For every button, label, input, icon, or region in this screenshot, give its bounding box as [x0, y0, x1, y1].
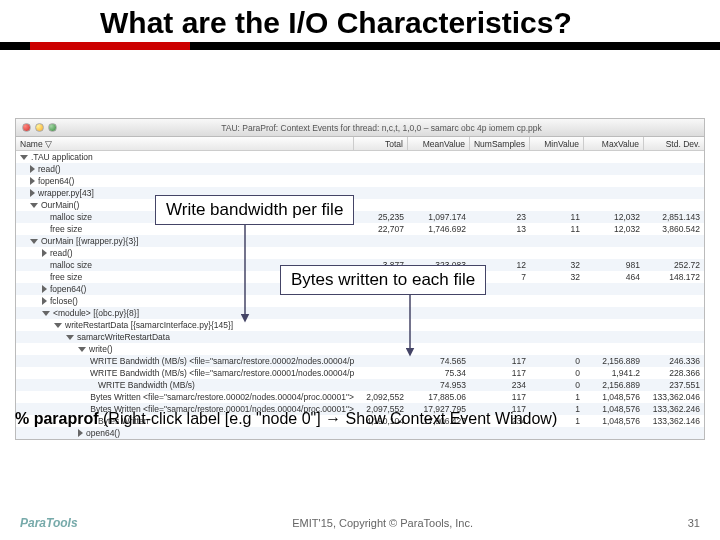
disclosure-down-icon[interactable] — [78, 347, 86, 352]
cell-std: 237.551 — [644, 380, 704, 390]
tree-node-label[interactable]: write() — [16, 344, 354, 354]
cell-min: 0 — [530, 380, 584, 390]
page-number: 31 — [688, 517, 700, 529]
tree-row[interactable]: read() — [16, 163, 704, 175]
cell-min: 1 — [530, 392, 584, 402]
tree-row[interactable]: WRITE Bandwidth (MB/s) <file="samarc/res… — [16, 355, 704, 367]
col-total[interactable]: Total — [354, 137, 408, 150]
tree-row[interactable]: writeRestartData [{samarcInterface.py}{1… — [16, 319, 704, 331]
tree-node-label[interactable]: read() — [16, 248, 354, 258]
cell-min: 0 — [530, 368, 584, 378]
cell-std: 252.72 — [644, 260, 704, 270]
tree-row[interactable]: wrapper.py[43] — [16, 187, 704, 199]
cell-min: 32 — [530, 260, 584, 270]
col-name[interactable]: Name ▽ — [16, 137, 354, 150]
footer-text: EMIT'15, Copyright © ParaTools, Inc. — [78, 517, 688, 529]
cell-max: 12,032 — [584, 212, 644, 222]
cell-std: 228.366 — [644, 368, 704, 378]
cell-max: 981 — [584, 260, 644, 270]
tree-node-label[interactable]: OurMain [{wrapper.py}{3}] — [16, 236, 354, 246]
tree-row[interactable]: OurMain [{wrapper.py}{3}] — [16, 235, 704, 247]
col-numsamples[interactable]: NumSamples — [470, 137, 530, 150]
cell-max: 12,032 — [584, 224, 644, 234]
cell-ns: 234 — [470, 380, 530, 390]
tree-node-label[interactable]: WRITE Bandwidth (MB/s) <file="samarc/res… — [16, 356, 354, 366]
tree-row[interactable]: read() — [16, 247, 704, 259]
window-titlebar[interactable]: TAU: ParaProf: Context Events for thread… — [16, 119, 704, 137]
title-underline — [0, 42, 720, 50]
tree-node-label[interactable]: Bytes Written <file="samarc/restore.0000… — [16, 392, 354, 402]
disclosure-down-icon[interactable] — [54, 323, 62, 328]
tree-row[interactable]: Bytes Written <file="samarc/restore.0000… — [16, 391, 704, 403]
tree-row[interactable]: fclose() — [16, 295, 704, 307]
tree-node-label[interactable]: free size — [16, 224, 354, 234]
disclosure-right-icon[interactable] — [42, 297, 47, 305]
arrow-bytes — [395, 290, 425, 360]
disclosure-right-icon[interactable] — [30, 177, 35, 185]
tree-row[interactable]: .TAU application — [16, 151, 704, 163]
cell-total: 2,092,552 — [354, 392, 408, 402]
tree-row[interactable]: open64() — [16, 427, 704, 439]
disclosure-down-icon[interactable] — [20, 155, 28, 160]
disclosure-right-icon[interactable] — [30, 189, 35, 197]
cell-min: 11 — [530, 212, 584, 222]
tree-row[interactable]: samarcWriteRestartData — [16, 331, 704, 343]
cell-ns: 117 — [470, 356, 530, 366]
tree-node-label[interactable]: writeRestartData [{samarcInterface.py}{1… — [16, 320, 354, 330]
tree-row[interactable]: OurMain() — [16, 199, 704, 211]
tree-node-label[interactable]: .TAU application — [16, 152, 354, 162]
callout-bytes-written: Bytes written to each file — [280, 265, 486, 295]
tree-row[interactable]: fopen64() — [16, 175, 704, 187]
col-max[interactable]: MaxValue — [584, 137, 644, 150]
minimize-icon[interactable] — [35, 123, 44, 132]
tree-row[interactable]: WRITE Bandwidth (MB/s)74.95323402,156.88… — [16, 379, 704, 391]
tree-node-label[interactable]: read() — [16, 164, 354, 174]
arrow-bw — [230, 218, 260, 328]
disclosure-down-icon[interactable] — [66, 335, 74, 340]
tree-row[interactable]: <module> [{obc.py}{8}] — [16, 307, 704, 319]
cell-max: 2,156.889 — [584, 356, 644, 366]
tree-node-label[interactable]: open64() — [16, 428, 354, 438]
tree-node-label[interactable]: WRITE Bandwidth (MB/s) — [16, 380, 354, 390]
cell-total: 22,707 — [354, 224, 408, 234]
disclosure-right-icon[interactable] — [78, 429, 83, 437]
column-headers: Name ▽ Total MeanValue NumSamples MinVal… — [16, 137, 704, 151]
window-title: TAU: ParaProf: Context Events for thread… — [65, 123, 698, 133]
cell-min: 11 — [530, 224, 584, 234]
tree-node-label[interactable]: <module> [{obc.py}{8}] — [16, 308, 354, 318]
cell-min: 32 — [530, 272, 584, 282]
disclosure-down-icon[interactable] — [30, 203, 38, 208]
tree-row[interactable]: write() — [16, 343, 704, 355]
footer: ParaTools EMIT'15, Copyright © ParaTools… — [0, 516, 720, 530]
slide-title: What are the I/O Characteristics? — [0, 0, 720, 42]
cell-ns: 117 — [470, 368, 530, 378]
cell-std: 133,362.146 — [644, 416, 704, 426]
tree-node-label[interactable]: WRITE Bandwidth (MB/s) <file="samarc/res… — [16, 368, 354, 378]
col-mean[interactable]: MeanValue — [408, 137, 470, 150]
col-min[interactable]: MinValue — [530, 137, 584, 150]
cell-ns: 117 — [470, 392, 530, 402]
cell-std: 2,851.143 — [644, 212, 704, 222]
zoom-icon[interactable] — [48, 123, 57, 132]
cell-std: 246.336 — [644, 356, 704, 366]
close-icon[interactable] — [22, 123, 31, 132]
tree-row[interactable]: WRITE Bandwidth (MB/s) <file="samarc/res… — [16, 367, 704, 379]
cell-total: 25,235 — [354, 212, 408, 222]
tree-node-label[interactable]: samarcWriteRestartData — [16, 332, 354, 342]
cell-mean: 75.34 — [408, 368, 470, 378]
cell-max: 1,048,576 — [584, 392, 644, 402]
disclosure-down-icon[interactable] — [42, 311, 50, 316]
tree-row[interactable]: malloc size25,2351,097.174231112,0322,85… — [16, 211, 704, 223]
disclosure-right-icon[interactable] — [42, 249, 47, 257]
tree-node-label[interactable]: fclose() — [16, 296, 354, 306]
tree-node-label[interactable]: fopen64() — [16, 176, 354, 186]
instruction-rest: (Right-click label [e.g "node 0"] → Show… — [103, 410, 557, 427]
tree-row[interactable]: free size22,7071,746.692131112,0323,860.… — [16, 223, 704, 235]
cell-mean: 17,885.06 — [408, 392, 470, 402]
disclosure-right-icon[interactable] — [30, 165, 35, 173]
logo: ParaTools — [20, 516, 78, 530]
col-stddev[interactable]: Std. Dev. — [644, 137, 704, 150]
disclosure-right-icon[interactable] — [42, 285, 47, 293]
command-prefix: % paraprof — [15, 410, 103, 427]
disclosure-down-icon[interactable] — [30, 239, 38, 244]
